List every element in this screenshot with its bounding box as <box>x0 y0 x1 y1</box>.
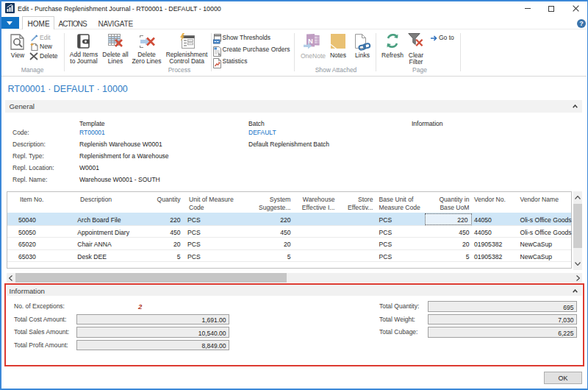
svg-text:?: ? <box>579 20 584 27</box>
svg-text:N: N <box>308 37 313 45</box>
